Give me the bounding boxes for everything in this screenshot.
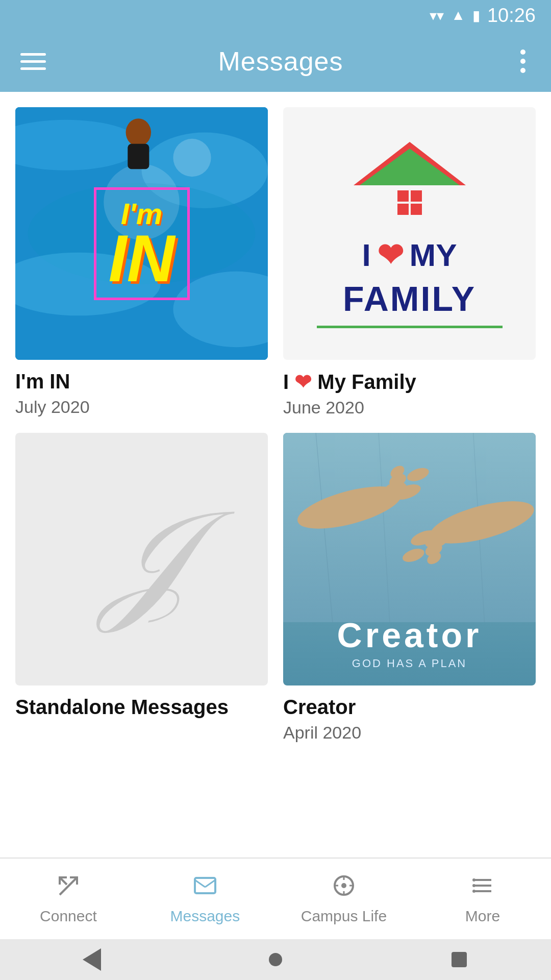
family-row1: I ❤ MY <box>362 236 457 274</box>
nav-item-connect[interactable]: Connect <box>28 873 109 925</box>
card-creator-card-title: Creator <box>283 696 536 719</box>
svg-rect-9 <box>128 144 149 169</box>
messages-icon <box>192 873 218 902</box>
svg-rect-34 <box>195 878 215 893</box>
nav-campus-life-label: Campus Life <box>301 908 387 925</box>
page-title: Messages <box>218 46 343 77</box>
recents-button[interactable] <box>446 947 472 972</box>
status-bar: ▾▾ ▲ ▮ 10:26 <box>0 0 551 31</box>
card-family-image: I ❤ MY FAMILY <box>283 107 536 360</box>
nav-item-more[interactable]: More <box>442 873 523 925</box>
house-svg <box>348 139 471 231</box>
content-area: I'm IN I'm IN July 2020 <box>0 92 551 824</box>
card-standalone-title: Standalone Messages <box>15 696 268 719</box>
svg-point-38 <box>341 883 346 888</box>
nav-item-messages[interactable]: Messages <box>164 873 246 925</box>
svg-point-46 <box>472 878 475 881</box>
card-creator-image: Creator GOD HAS A PLAN <box>283 433 536 685</box>
svg-line-36 <box>205 880 215 887</box>
card-im-in-image: I'm IN <box>15 107 268 360</box>
system-nav <box>0 939 551 980</box>
card-family-title: I ❤ My Family <box>283 370 536 394</box>
nav-more-label: More <box>465 908 500 925</box>
wifi-icon: ▾▾ <box>430 7 444 24</box>
bottom-nav: Connect Messages Campus Life <box>0 857 551 939</box>
card-im-in-title: I'm IN <box>15 370 268 393</box>
nav-item-campus-life[interactable]: Campus Life <box>301 873 387 925</box>
nav-connect-label: Connect <box>40 908 97 925</box>
home-button[interactable] <box>263 947 288 972</box>
card-creator-date: April 2020 <box>283 723 536 743</box>
status-time: 10:26 <box>487 5 536 27</box>
app-bar: Messages <box>0 31 551 92</box>
status-icons: ▾▾ ▲ ▮ 10:26 <box>430 5 536 27</box>
creator-subtitle: GOD HAS A PLAN <box>352 657 467 670</box>
standalone-letter-j: 𝒥 <box>107 493 177 626</box>
connect-icon <box>56 873 81 902</box>
svg-point-7 <box>173 139 211 177</box>
family-underline <box>317 326 503 328</box>
svg-line-33 <box>60 877 67 885</box>
svg-point-8 <box>126 118 152 146</box>
hamburger-menu-button[interactable] <box>20 53 46 70</box>
card-family-date: June 2020 <box>283 398 536 418</box>
messages-grid: I'm IN I'm IN July 2020 <box>15 107 536 743</box>
card-standalone[interactable]: 𝒥 Standalone Messages <box>15 433 268 743</box>
card-im-in-date: July 2020 <box>15 397 268 417</box>
campus-life-icon <box>331 873 357 902</box>
nav-messages-label: Messages <box>170 908 240 925</box>
back-button[interactable] <box>79 947 105 972</box>
svg-marker-11 <box>360 149 460 185</box>
more-icon <box>470 873 495 902</box>
svg-line-35 <box>195 880 205 887</box>
creator-title: Creator <box>337 615 482 655</box>
overflow-menu-button[interactable] <box>515 44 531 78</box>
battery-icon: ▮ <box>472 7 480 24</box>
family-row2: FAMILY <box>343 279 476 318</box>
svg-point-47 <box>472 884 475 887</box>
svg-point-48 <box>472 890 475 893</box>
card-standalone-image: 𝒥 <box>15 433 268 685</box>
card-family[interactable]: I ❤ MY FAMILY I ❤ My Family June 2020 <box>283 107 536 418</box>
card-creator[interactable]: Creator GOD HAS A PLAN Creator April 202… <box>283 433 536 743</box>
card-im-in[interactable]: I'm IN I'm IN July 2020 <box>15 107 268 418</box>
signal-icon: ▲ <box>451 7 465 23</box>
